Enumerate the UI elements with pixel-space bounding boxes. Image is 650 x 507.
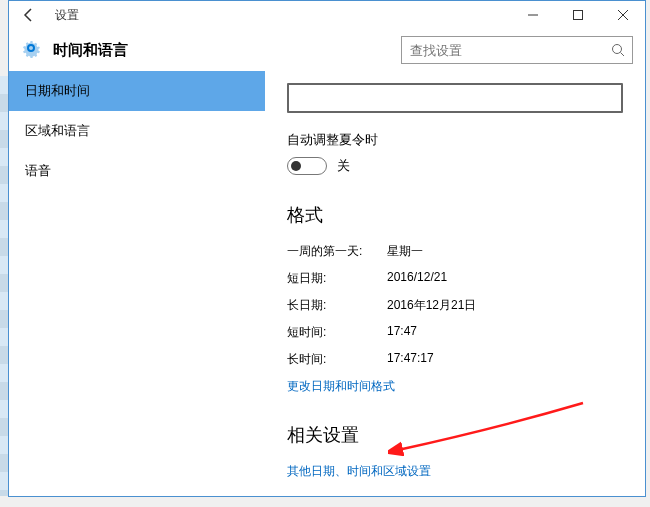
sidebar-item-label: 区域和语言 [25,122,90,140]
format-value: 星期一 [387,243,423,260]
dst-toggle-row: 关 [287,157,623,175]
sidebar-item-label: 语音 [25,162,51,180]
maximize-button[interactable] [555,1,600,29]
back-arrow-icon [21,7,37,23]
related-link-add-clock[interactable]: 添加不同时区的时钟 [287,494,623,496]
format-row-short-date: 短日期: 2016/12/21 [287,270,623,287]
sidebar-item-label: 日期和时间 [25,82,90,100]
search-input[interactable] [402,43,604,58]
format-row-first-day: 一周的第一天: 星期一 [287,243,623,260]
header: 时间和语言 [9,29,645,71]
maximize-icon [573,10,583,20]
dst-toggle-state: 关 [337,157,350,175]
search-box[interactable] [401,36,633,64]
sidebar-item-speech[interactable]: 语音 [9,151,265,191]
page-title: 时间和语言 [53,41,128,60]
format-key: 短日期: [287,270,387,287]
format-key: 短时间: [287,324,387,341]
sidebar-item-region-language[interactable]: 区域和语言 [9,111,265,151]
related-link-other[interactable]: 其他日期、时间和区域设置 [287,463,623,480]
content-pane: 自动调整夏令时 关 格式 一周的第一天: 星期一 短日期: 2016/12/21… [265,71,645,496]
format-key: 长日期: [287,297,387,314]
close-icon [618,10,628,20]
close-button[interactable] [600,1,645,29]
svg-rect-1 [573,11,582,20]
change-format-link[interactable]: 更改日期和时间格式 [287,378,623,395]
gear-icon [21,38,41,62]
minimize-button[interactable] [510,1,555,29]
window-title: 设置 [55,7,79,24]
titlebar: 设置 [9,1,645,29]
svg-line-3 [621,53,625,57]
toggle-knob [291,161,301,171]
related-section: 相关设置 其他日期、时间和区域设置 添加不同时区的时钟 [287,423,623,496]
svg-point-2 [613,45,622,54]
format-value: 17:47 [387,324,417,341]
sidebar: 日期和时间 区域和语言 语音 [9,71,265,496]
related-heading: 相关设置 [287,423,623,447]
timezone-dropdown-outline[interactable] [287,83,623,113]
format-row-short-time: 短时间: 17:47 [287,324,623,341]
format-value: 17:47:17 [387,351,434,368]
format-key: 长时间: [287,351,387,368]
format-key: 一周的第一天: [287,243,387,260]
format-row-long-time: 长时间: 17:47:17 [287,351,623,368]
window-controls [510,1,645,29]
body: 日期和时间 区域和语言 语音 自动调整夏令时 关 格式 一周的第一天: 星期一 [9,71,645,496]
back-button[interactable] [15,1,43,29]
format-value: 2016/12/21 [387,270,447,287]
format-value: 2016年12月21日 [387,297,476,314]
sidebar-item-date-time[interactable]: 日期和时间 [9,71,265,111]
minimize-icon [528,10,538,20]
dst-label: 自动调整夏令时 [287,131,623,149]
left-edge-decor [0,76,8,496]
settings-window: 设置 时间和语言 日期和时间 [8,0,646,497]
search-icon [604,43,632,57]
format-heading: 格式 [287,203,623,227]
dst-toggle[interactable] [287,157,327,175]
format-row-long-date: 长日期: 2016年12月21日 [287,297,623,314]
